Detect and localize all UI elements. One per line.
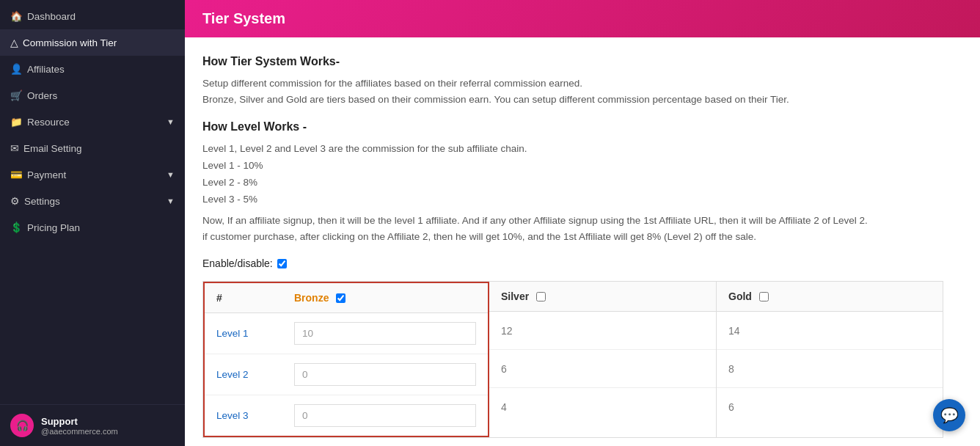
sidebar-item-payment[interactable]: 💳 Payment ▼ (0, 161, 185, 188)
level-3-label: Level 3 (216, 410, 282, 421)
gold-col: Gold 14 8 6 (717, 282, 943, 437)
support-email: @aaecommerce.com (41, 427, 118, 436)
silver-col: Silver 12 6 4 (489, 282, 717, 437)
sidebar: 🏠 Dashboard △ Commission with Tier 👤 Aff… (0, 0, 185, 446)
sidebar-item-label: Settings (24, 196, 60, 207)
level-2: Level 2 - 8% (202, 177, 257, 188)
col-header-silver: Silver (489, 282, 716, 312)
how-level-title: How Level Works - (202, 120, 962, 134)
sidebar-item-email-setting[interactable]: ✉ Email Setting (0, 135, 185, 161)
silver-checkbox[interactable] (536, 292, 546, 301)
page-title: Tier System (202, 10, 285, 26)
sidebar-menu: 🏠 Dashboard △ Commission with Tier 👤 Aff… (0, 0, 185, 446)
chevron-down-icon: ▼ (167, 117, 175, 126)
sidebar-item-label: Resource (27, 117, 70, 128)
email-icon: ✉ (10, 142, 19, 154)
sidebar-item-label: Payment (27, 169, 66, 180)
how-tier-title: How Tier System Works- (202, 55, 962, 68)
col-header-hash-bronze: # Bronze (205, 283, 488, 313)
bronze-col: # Bronze Level 1 Level 2 Level 3 (203, 282, 489, 437)
table-row-3-bronze: Level 3 (205, 395, 488, 436)
sidebar-item-affiliates[interactable]: 👤 Affiliates (0, 56, 185, 82)
resource-icon: 📁 (10, 116, 23, 128)
silver-level2-value: 6 (501, 363, 507, 375)
hash-label: # (216, 292, 290, 304)
sidebar-item-pricing-plan[interactable]: 💲 Pricing Plan (0, 214, 185, 241)
table-row-2-silver: 6 (489, 350, 716, 388)
sidebar-item-resource[interactable]: 📁 Resource ▼ (0, 109, 185, 135)
dashboard-icon: 🏠 (10, 10, 23, 22)
tier-table: # Bronze Level 1 Level 2 Level 3 (202, 281, 943, 438)
enable-row: Enable/disable: (202, 257, 962, 269)
affiliates-icon: 👤 (10, 63, 23, 75)
sidebar-item-label: Email Setting (23, 143, 82, 154)
table-row-2-gold: 8 (717, 350, 943, 388)
orders-icon: 🛒 (10, 89, 23, 101)
gold-level2-value: 8 (728, 363, 734, 375)
support-text: Support @aaecommerce.com (41, 416, 118, 436)
table-row-3-gold: 6 (717, 388, 943, 426)
pricing-icon: 💲 (10, 222, 23, 233)
how-tier-desc2: Bronze, Silver and Gold are tiers based … (202, 94, 789, 105)
support-section: 🎧 Support @aaecommerce.com (0, 404, 185, 446)
table-row-1-gold: 14 (717, 312, 943, 350)
table-row-1-silver: 12 (489, 312, 716, 350)
chevron-down-icon: ▼ (167, 197, 175, 205)
enable-label: Enable/disable: (202, 257, 273, 269)
settings-icon: ⚙ (10, 195, 20, 207)
sidebar-item-dashboard[interactable]: 🏠 Dashboard (0, 3, 185, 29)
sidebar-item-label: Orders (27, 90, 57, 101)
gold-level1-value: 14 (728, 325, 740, 337)
bronze-level1-input[interactable] (294, 322, 476, 345)
level-1: Level 1 - 10% (202, 160, 263, 171)
support-name: Support (41, 416, 118, 427)
sidebar-item-label: Dashboard (27, 11, 76, 22)
bronze-level2-input[interactable] (294, 363, 476, 386)
sidebar-item-commission-tier[interactable]: △ Commission with Tier (0, 29, 185, 56)
table-row-3-silver: 4 (489, 388, 716, 426)
table-row-1-bronze: Level 1 (205, 313, 488, 354)
level-3: Level 3 - 5% (202, 194, 257, 205)
level-lines: Level 1, Level 2 and Level 3 are the com… (202, 141, 962, 208)
level-desc3: if customer purchase, after clicking on … (202, 231, 756, 242)
level-desc2: Now, If an affiliate signup, then it wil… (202, 215, 868, 226)
sidebar-item-settings[interactable]: ⚙ Settings ▼ (0, 188, 185, 214)
how-tier-desc1: Setup different commission for the affil… (202, 78, 582, 89)
bronze-label: Bronze (294, 292, 329, 304)
chat-bubble-button[interactable]: 💬 (933, 399, 965, 431)
gold-level3-value: 6 (728, 401, 734, 413)
silver-level3-value: 4 (501, 401, 507, 413)
level-extra: Now, If an affiliate signup, then it wil… (202, 213, 962, 244)
commission-icon: △ (10, 37, 18, 48)
level-desc1: Level 1, Level 2 and Level 3 are the com… (202, 143, 527, 154)
chevron-down-icon: ▼ (167, 170, 175, 179)
table-row-2-bronze: Level 2 (205, 354, 488, 395)
enable-checkbox[interactable] (277, 259, 287, 268)
bronze-checkbox[interactable] (336, 293, 345, 303)
page-body: How Tier System Works- Setup different c… (185, 37, 980, 446)
support-avatar: 🎧 (10, 414, 34, 437)
level-2-label: Level 2 (216, 369, 282, 380)
silver-label: Silver (501, 290, 529, 302)
bronze-level3-input[interactable] (294, 404, 476, 427)
silver-level1-value: 12 (501, 325, 513, 337)
payment-icon: 💳 (10, 169, 23, 180)
level-1-label: Level 1 (216, 328, 282, 339)
gold-checkbox[interactable] (759, 292, 769, 301)
page-header: Tier System (185, 0, 980, 37)
sidebar-item-label: Pricing Plan (27, 222, 80, 233)
main-content: Tier System How Tier System Works- Setup… (185, 0, 980, 446)
gold-label: Gold (728, 290, 752, 302)
sidebar-item-orders[interactable]: 🛒 Orders (0, 82, 185, 109)
sidebar-item-label: Affiliates (27, 64, 65, 75)
col-header-gold: Gold (717, 282, 943, 312)
how-tier-desc: Setup different commission for the affil… (202, 76, 962, 107)
sidebar-item-label: Commission with Tier (23, 37, 117, 48)
